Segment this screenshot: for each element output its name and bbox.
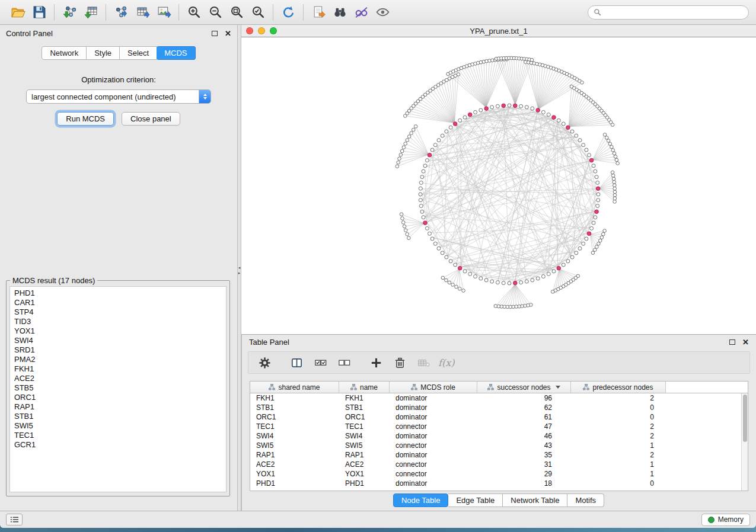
graph-node[interactable] (614, 155, 617, 159)
graph-node[interactable] (402, 146, 406, 149)
graph-node[interactable] (458, 287, 462, 291)
graph-node-dominator[interactable] (453, 122, 457, 126)
table-cell[interactable]: 1 (571, 460, 666, 469)
memory-button[interactable]: Memory (701, 514, 750, 526)
tab-node-table[interactable]: Node Table (393, 493, 449, 507)
table-cell[interactable]: SWI4 (339, 432, 390, 440)
graph-node[interactable] (541, 275, 545, 278)
table-cell[interactable]: SWI5 (339, 441, 390, 450)
graph-node[interactable] (419, 204, 423, 208)
network-canvas[interactable] (241, 38, 756, 334)
graph-node[interactable] (566, 259, 570, 263)
graph-node[interactable] (613, 184, 617, 187)
column-header-successor-nodes[interactable]: successor nodes (477, 382, 571, 393)
table-row[interactable]: SWI4SWI4dominator462 (250, 431, 741, 441)
graph-node[interactable] (613, 197, 617, 200)
graph-node[interactable] (585, 237, 588, 241)
optimization-criterion-select[interactable]: largest connected component (undirected) (26, 89, 211, 104)
hide-glasses-button[interactable] (350, 3, 372, 22)
graph-node[interactable] (404, 229, 408, 232)
column-header-predecessor-nodes[interactable]: predecessor nodes (571, 382, 666, 393)
graph-node[interactable] (437, 139, 441, 142)
graph-node[interactable] (588, 153, 591, 157)
graph-node-dominator[interactable] (536, 108, 540, 113)
graph-node[interactable] (448, 281, 451, 284)
table-row[interactable]: ACE2ACE2connector311 (250, 460, 741, 469)
graph-node[interactable] (582, 143, 585, 147)
network-graph[interactable] (241, 38, 755, 334)
run-mcds-button[interactable]: Run MCDS (57, 112, 114, 126)
graph-node[interactable] (425, 159, 429, 162)
table-cell[interactable]: 0 (571, 413, 666, 421)
graph-node[interactable] (502, 281, 505, 285)
graph-node[interactable] (449, 126, 452, 129)
graph-node[interactable] (430, 148, 434, 152)
close-panel-icon[interactable]: ✕ (225, 30, 231, 37)
table-row[interactable]: YOX1YOX1connector291 (250, 469, 741, 479)
graph-node[interactable] (496, 281, 499, 284)
table-cell[interactable]: 2 (571, 451, 666, 459)
table-cell[interactable]: 1 (571, 470, 666, 478)
table-cell[interactable]: 0 (571, 403, 666, 412)
graph-node[interactable] (596, 198, 600, 202)
graph-node[interactable] (578, 246, 582, 250)
graph-node[interactable] (474, 110, 477, 114)
graph-node[interactable] (441, 251, 444, 255)
table-cell[interactable]: 43 (477, 441, 571, 450)
graph-node-dominator[interactable] (587, 232, 591, 236)
graph-node[interactable] (404, 142, 407, 146)
graph-node[interactable] (585, 148, 588, 152)
close-panel-button[interactable]: Close panel (122, 112, 180, 126)
table-cell[interactable]: 35 (477, 451, 571, 459)
tab-motifs[interactable]: Motifs (567, 493, 604, 507)
table-cell[interactable]: ACE2 (250, 460, 339, 469)
sort-indicator-icon[interactable] (556, 386, 560, 389)
graph-node[interactable] (410, 132, 413, 135)
table-cell[interactable]: 2 (571, 422, 666, 431)
graph-node[interactable] (419, 181, 423, 184)
graph-node[interactable] (479, 277, 483, 280)
graph-node[interactable] (412, 128, 416, 132)
table-cell[interactable]: dominator (390, 432, 477, 440)
select-all-checkboxes-button[interactable] (311, 354, 329, 371)
graph-node-dominator[interactable] (596, 187, 600, 191)
open-file-button[interactable] (7, 3, 28, 22)
graph-node[interactable] (430, 237, 434, 241)
mcds-result-item[interactable]: ORC1 (10, 393, 226, 402)
splitter-handle-icon[interactable]: ◂▸ (238, 265, 241, 275)
table-cell[interactable]: YOX1 (339, 470, 390, 478)
table-cell[interactable]: dominator (390, 413, 477, 421)
graph-node[interactable] (420, 210, 424, 213)
table-cell[interactable]: connector (390, 422, 477, 431)
table-cell[interactable]: FKH1 (339, 394, 390, 402)
delete-row-button[interactable] (391, 354, 409, 371)
table-row[interactable]: ORC1ORC1dominator610 (250, 412, 741, 422)
graph-node[interactable] (397, 161, 400, 165)
export-table-button[interactable] (132, 3, 153, 22)
deselect-all-checkboxes-button[interactable] (335, 354, 353, 371)
table-cell[interactable]: 2 (571, 432, 666, 440)
table-cell[interactable]: ORC1 (339, 413, 390, 421)
table-cell[interactable]: dominator (390, 479, 477, 488)
graph-node[interactable] (494, 305, 497, 308)
graph-node[interactable] (611, 171, 614, 174)
graph-node[interactable] (479, 108, 483, 112)
mcds-result-item[interactable]: ACE2 (10, 374, 226, 383)
graph-node[interactable] (457, 73, 460, 76)
binoculars-button[interactable] (329, 3, 350, 22)
graph-node[interactable] (423, 164, 427, 168)
table-cell[interactable]: 31 (477, 460, 571, 469)
graph-node[interactable] (611, 174, 615, 178)
graph-node[interactable] (490, 105, 494, 109)
scrollbar-thumb[interactable] (743, 395, 747, 442)
graph-node[interactable] (582, 242, 585, 245)
table-row[interactable]: STB1STB1dominator620 (250, 403, 741, 412)
graph-node[interactable] (592, 164, 595, 168)
graph-node[interactable] (422, 169, 425, 173)
zoom-in-button[interactable] (183, 3, 205, 22)
table-cell[interactable]: YOX1 (250, 470, 339, 478)
graph-node[interactable] (414, 125, 417, 129)
table-cell[interactable]: SWI5 (250, 441, 339, 450)
graph-node[interactable] (570, 255, 574, 259)
table-cell[interactable]: 96 (477, 394, 571, 402)
